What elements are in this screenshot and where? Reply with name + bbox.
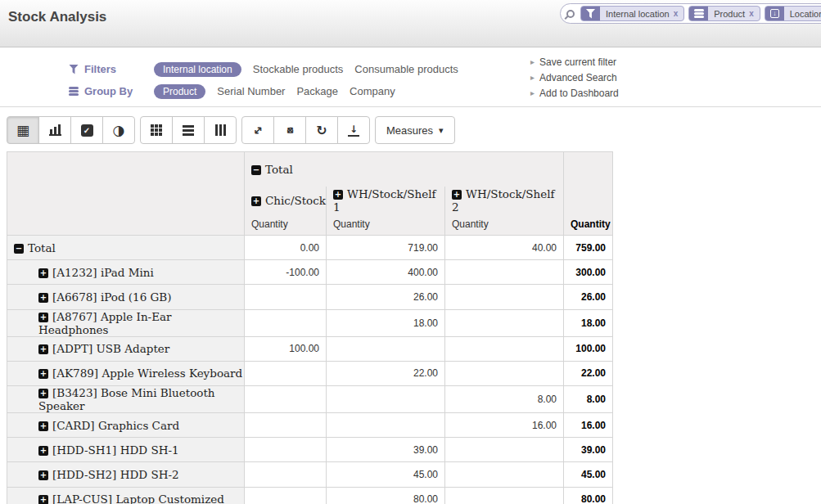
pivot-total-cell: 100.00 xyxy=(564,336,613,361)
pivot-toolbar: ▦✓◑↔↔↔↻↓ Measures ▾ xyxy=(0,107,821,150)
pivot-cell: 45.00 xyxy=(327,462,445,487)
expand-icon[interactable]: + xyxy=(38,344,48,354)
pivot-row-header-adpt-usb-adapter[interactable]: +[ADPT] USB Adapter xyxy=(7,336,245,361)
filter-item-stockable-products[interactable]: Stockable products xyxy=(253,63,344,75)
expand-icon[interactable]: + xyxy=(38,446,48,456)
adjust-contrast-icon: ◑ xyxy=(113,124,125,137)
adjust-contrast-button[interactable]: ◑ xyxy=(102,116,135,144)
facet-remove-button[interactable]: x xyxy=(749,9,754,18)
pivot-cell xyxy=(445,462,564,487)
search-icon xyxy=(566,10,575,18)
filter-item-package[interactable]: Package xyxy=(296,85,338,97)
pivot-cell xyxy=(445,260,564,285)
bar-chart-button[interactable] xyxy=(38,116,71,144)
pivot-total-cell: 26.00 xyxy=(564,285,613,309)
expand-icon[interactable]: + xyxy=(333,190,343,200)
expand-icon[interactable]: + xyxy=(38,389,48,398)
save-current-filter-link[interactable]: ▸Save current filter xyxy=(530,54,619,70)
pivot-cell: 39.00 xyxy=(327,438,445,462)
pivot-corner-cell xyxy=(7,152,245,236)
expand-icon[interactable]: + xyxy=(38,268,48,278)
filter-item-product[interactable]: Product xyxy=(154,84,205,99)
vertical-bars-icon xyxy=(215,124,226,136)
pivot-row-header-a6678-ipod-16-gb[interactable]: +[A6678] iPod (16 GB) xyxy=(7,285,245,309)
grid-icon xyxy=(151,124,162,136)
pivot-col-header-wh-stock-shelf-2[interactable]: +WH/Stock/Shelf 2 xyxy=(445,187,564,214)
columns-button[interactable] xyxy=(204,116,237,144)
pivot-cell xyxy=(245,361,327,385)
add-to-dashboard-link[interactable]: ▸Add to Dashboard xyxy=(530,85,619,101)
expand-icon[interactable]: + xyxy=(38,369,48,379)
pivot-total-cell: 300.00 xyxy=(564,260,613,285)
search-facet-product[interactable]: Productx xyxy=(688,6,760,21)
pivot-row-lap-cus-laptop-customized: +[LAP-CUS] Laptop Customized80.0080.00 xyxy=(7,487,613,504)
pivot-row-header-hdd-sh2-hdd-sh-2[interactable]: +[HDD-SH2] HDD SH-2 xyxy=(7,462,245,487)
expand-icon[interactable]: + xyxy=(38,495,48,504)
pivot-row-total: −Total0.00719.0040.00759.00 xyxy=(7,236,613,260)
measures-label: Measures xyxy=(386,124,433,137)
measures-button[interactable]: Measures ▾ xyxy=(375,116,455,144)
expand-diagonal-icon: ↔ xyxy=(250,122,266,138)
pivot-col-header-chic-stock[interactable]: +Chic/Stock xyxy=(245,187,327,214)
pivot-row-header-total[interactable]: −Total xyxy=(7,236,245,260)
pivot-cell: 26.00 xyxy=(327,285,445,309)
pivot-cell: 80.00 xyxy=(327,487,445,504)
pivot-row-header-card-graphics-card[interactable]: +[CARD] Graphics Card xyxy=(7,412,245,437)
pivot-row-header-hdd-sh1-hdd-sh-1[interactable]: +[HDD-SH1] HDD SH-1 xyxy=(7,438,245,462)
search-bar[interactable]: Internal locationxProductx↓Locationx xyxy=(560,3,821,24)
expand-icon[interactable]: + xyxy=(38,470,48,480)
refresh-button[interactable]: ↻ xyxy=(305,116,338,144)
collapse-icon[interactable]: − xyxy=(14,244,24,254)
bar-chart-icon xyxy=(49,124,61,136)
pivot-row-hdd-sh2-hdd-sh-2: +[HDD-SH2] HDD SH-245.0045.00 xyxy=(7,462,613,487)
expand-icon[interactable]: + xyxy=(251,196,261,206)
expand-icon[interactable]: + xyxy=(38,313,48,322)
pivot-cell: 719.00 xyxy=(327,236,445,260)
search-facet-location[interactable]: ↓Locationx xyxy=(765,6,821,21)
toolbar-group-2 xyxy=(140,116,237,144)
pivot-col-header-wh-stock-shelf-1[interactable]: +WH/Stock/Shelf 1 xyxy=(327,187,445,214)
group-by-row: Group ByProductSerial NumberPackageCompa… xyxy=(69,80,821,102)
group-by-label: Group By xyxy=(69,85,154,97)
pivot-row-header-b3423-bose-mini-bluetooth-speaker[interactable]: +[B3423] Bose Mini Bluetooth Speaker xyxy=(7,385,245,412)
filter-item-internal-location[interactable]: Internal location xyxy=(154,62,241,77)
filter-item-serial-number[interactable]: Serial Number xyxy=(217,85,285,97)
pivot-row-header-lap-cus-laptop-customized[interactable]: +[LAP-CUS] Laptop Customized xyxy=(7,487,245,504)
facet-remove-button[interactable]: x xyxy=(674,9,679,18)
caret-down-icon: ▾ xyxy=(439,125,444,136)
expand-all-button[interactable]: ↔↔ xyxy=(273,116,306,144)
pivot-row-ak789-apple-wireless-keyboard: +[AK789] Apple Wireless Keyboard22.0022.… xyxy=(7,361,613,385)
expand-icon[interactable]: + xyxy=(38,421,48,431)
rows-button[interactable] xyxy=(172,116,205,144)
pivot-row-adpt-usb-adapter: +[ADPT] USB Adapter100.00100.00 xyxy=(7,336,613,361)
advanced-search-link[interactable]: ▸Advanced Search xyxy=(530,70,619,85)
search-facet-internal-location[interactable]: Internal locationx xyxy=(580,6,684,21)
pivot-col-header-total[interactable]: −Total xyxy=(245,152,564,187)
expand-icon[interactable]: + xyxy=(38,293,48,303)
toolbar-group-3: ↔↔↔↻↓ xyxy=(241,116,370,144)
filter-item-company[interactable]: Company xyxy=(350,85,395,97)
pivot-cell: -100.00 xyxy=(245,260,327,285)
filter-item-consumable-products[interactable]: Consumable products xyxy=(354,63,458,75)
pivot-total-cell: 16.00 xyxy=(564,412,613,437)
triangle-bullet-icon: ▸ xyxy=(530,57,535,66)
download-button[interactable]: ↓ xyxy=(337,116,370,144)
pivot-view-button[interactable]: ▦ xyxy=(7,116,39,144)
collapse-icon[interactable]: − xyxy=(251,165,261,175)
grid-button[interactable] xyxy=(140,116,173,144)
pivot-total-col-spacer xyxy=(564,152,613,214)
pivot-total-cell: 22.00 xyxy=(564,361,613,385)
pivot-row-header-a8767-apple-in-ear-headphones[interactable]: +[A8767] Apple In-Ear Headphones xyxy=(7,309,245,336)
pivot-table: −Total+Chic/Stock+WH/Stock/Shelf 1+WH/St… xyxy=(7,151,613,504)
expand-button[interactable]: ↔ xyxy=(241,116,274,144)
pivot-row-header-ak789-apple-wireless-keyboard[interactable]: +[AK789] Apple Wireless Keyboard xyxy=(7,361,245,385)
expand-icon[interactable]: + xyxy=(452,190,462,200)
check-square-icon: ✓ xyxy=(81,124,93,137)
pivot-cell: 8.00 xyxy=(445,385,564,412)
check-square-button[interactable]: ✓ xyxy=(70,116,103,144)
pivot-row-header-a1232-ipad-mini[interactable]: +[A1232] iPad Mini xyxy=(7,260,245,285)
pivot-total-cell: 18.00 xyxy=(564,309,613,336)
pivot-cell: 22.00 xyxy=(327,361,445,385)
pivot-total-cell: 80.00 xyxy=(564,487,613,504)
pivot-cell xyxy=(445,438,564,462)
